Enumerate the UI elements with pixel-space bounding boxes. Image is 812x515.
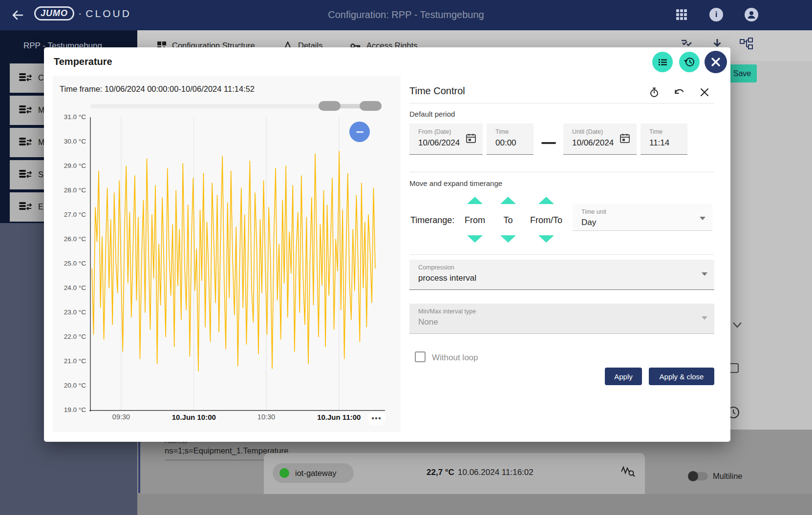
close-icon (710, 57, 721, 67)
sidebar-item-label: E (38, 203, 43, 211)
apply-and-close-button[interactable]: Apply & close (649, 368, 714, 385)
hierarchy-tree-icon[interactable] (739, 37, 754, 52)
application-window: JUMO · CLOUD Configuration: RPP - Testum… (0, 0, 812, 515)
chevron-down-icon (702, 272, 707, 276)
trend-chart-icon[interactable] (620, 464, 635, 478)
list-view-button[interactable] (652, 52, 673, 72)
dialog-title: Temperature (54, 56, 112, 67)
from-date-field[interactable]: From (Date) 10/06/2024 (409, 124, 483, 155)
move-expand-label: Move and expand timerange (409, 179, 502, 187)
without-loop-label: Without loop (432, 353, 478, 363)
y-axis-tick: 29.0 °C (53, 162, 86, 169)
divider (409, 254, 714, 255)
temperature-line-chart (53, 76, 401, 432)
save-button[interactable]: Save (727, 64, 757, 82)
y-axis-tick: 25.0 °C (53, 260, 86, 267)
default-period-label: Default period (409, 110, 455, 118)
apps-grid-icon[interactable] (676, 9, 688, 21)
until-time-field[interactable]: Time 11:14 (641, 124, 687, 155)
database-transfer-icon (19, 169, 33, 181)
multiline-label: Multiline (713, 472, 743, 481)
calendar-icon[interactable] (465, 132, 477, 144)
process-value-panel: iot-gateway 22,7 °C 10.06.2024 11:16:02 (264, 453, 645, 494)
zoom-out-button[interactable] (349, 122, 370, 142)
field-value: 10/06/2024 (418, 138, 460, 148)
bottom-strip (137, 494, 812, 515)
x-axis-tick: 10.Jun 10:00 (172, 413, 216, 421)
info-icon[interactable]: i (709, 8, 723, 21)
field-label: Time (649, 128, 662, 135)
history-clock-icon (683, 56, 696, 68)
undo-icon[interactable] (673, 86, 685, 98)
apply-button[interactable]: Apply (605, 368, 642, 385)
minmax-interval-dropdown[interactable]: Min/Max interval type None (409, 304, 714, 334)
database-transfer-icon (19, 72, 33, 84)
y-axis-tick: 27.0 °C (53, 211, 86, 218)
close-dialog-button[interactable] (705, 51, 727, 73)
x-axis-tick: 09:30 (112, 413, 130, 421)
process-value-timestamp: 10.06.2024 11:16:02 (458, 468, 534, 477)
sidebar-item-label: S (38, 170, 43, 179)
timerange-to-down-button[interactable] (500, 235, 516, 243)
online-status-dot (279, 468, 289, 478)
database-transfer-icon (19, 137, 33, 148)
time-unit-dropdown[interactable]: Time unit Day (573, 204, 712, 231)
timerange-from-down-button[interactable] (467, 235, 483, 243)
dropdown-label: Time unit (581, 208, 606, 215)
range-separator (541, 142, 556, 144)
timerange-from-up-button[interactable] (467, 197, 483, 204)
dropdown-label: Compression (418, 264, 454, 271)
y-axis-tick: 21.0 °C (53, 357, 86, 365)
chevron-down-icon (700, 217, 705, 220)
timerange-to-up-button[interactable] (500, 197, 516, 204)
timerange-option-to: To (503, 215, 513, 226)
chart-menu-button[interactable]: ••• (367, 412, 386, 425)
field-label: Until (Date) (572, 128, 603, 135)
toggle-knob (688, 471, 698, 481)
divider (409, 172, 714, 172)
chevron-down-icon (702, 316, 707, 320)
without-loop-checkbox[interactable] (415, 351, 426, 362)
from-time-field[interactable]: Time 00:00 (487, 124, 534, 155)
chevron-down-icon[interactable] (732, 321, 743, 329)
field-value: 00:00 (495, 138, 516, 148)
compression-dropdown[interactable]: Compression process interval (409, 260, 714, 290)
account-icon[interactable] (745, 8, 758, 21)
dropdown-value: process interval (418, 273, 476, 283)
timerange-option-fromto: From/To (530, 215, 562, 226)
gateway-status-chip: iot-gateway (273, 463, 354, 483)
calendar-icon[interactable] (619, 132, 631, 144)
y-axis-tick: 20.0 °C (53, 382, 86, 389)
timerange-label: Timerange: (410, 215, 454, 226)
variable-detail-underlay: Address ns=1;s=Equipment_1.Temperature i… (137, 430, 812, 515)
history-button[interactable] (679, 52, 700, 72)
field-label: From (Date) (418, 128, 451, 135)
y-axis-tick: 24.0 °C (53, 284, 86, 291)
divider (409, 103, 714, 103)
sidebar-item-label: C (38, 74, 44, 82)
close-panel-icon[interactable] (699, 86, 710, 98)
y-axis-tick: 23.0 °C (53, 309, 86, 316)
gateway-name: iot-gateway (295, 469, 336, 478)
timerange-option-from: From (465, 215, 485, 226)
y-axis-tick: 22.0 °C (53, 333, 86, 340)
database-transfer-icon (19, 201, 33, 213)
until-date-field[interactable]: Until (Date) 10/06/2024 (563, 124, 637, 155)
y-axis-tick: 31.0 °C (53, 113, 86, 121)
chart-panel: Time frame: 10/06/2024 00:00:00-10/06/20… (53, 76, 401, 432)
dropdown-label: Min/Max interval type (418, 308, 476, 315)
temperature-dialog: Temperature Time frame: 10/06/2024 00:00… (44, 47, 730, 442)
field-value: 11:14 (649, 138, 669, 148)
timer-icon[interactable] (648, 86, 660, 98)
timerange-fromto-up-button[interactable] (538, 197, 554, 204)
multiline-toggle[interactable] (689, 472, 708, 480)
y-axis-tick: 19.0 °C (53, 406, 86, 413)
y-axis-tick: 30.0 °C (53, 138, 86, 145)
top-app-bar: JUMO · CLOUD Configuration: RPP - Testum… (0, 0, 812, 30)
timerange-fromto-down-button[interactable] (538, 235, 554, 243)
y-axis-tick: 26.0 °C (53, 235, 86, 243)
x-axis-tick: 10.Jun 11:00 (317, 413, 361, 421)
time-control-title: Time Control (409, 85, 465, 97)
page-title: Configuration: RPP - Testumgebung (0, 9, 812, 21)
minus-icon (356, 131, 363, 133)
